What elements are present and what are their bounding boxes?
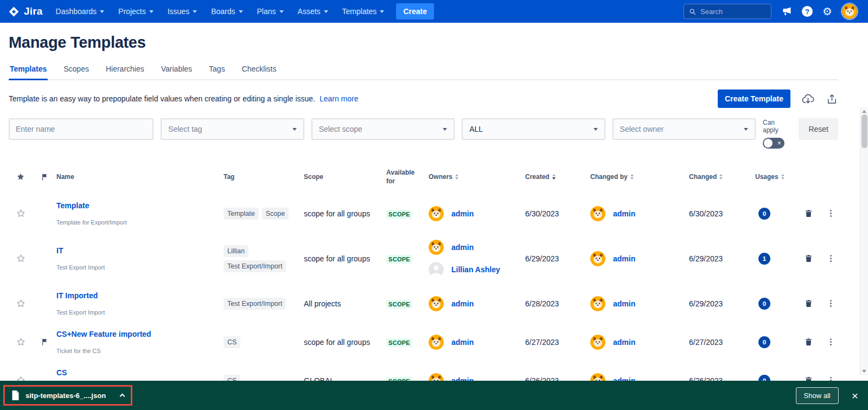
- template-name-link[interactable]: CS: [56, 368, 67, 377]
- scope-value: scope for all groups: [304, 254, 386, 263]
- owner: Lillian Ashley: [429, 262, 500, 277]
- tab-hierarchies[interactable]: Hierarchies: [105, 65, 145, 79]
- nav-item-projects[interactable]: Projects: [118, 7, 154, 16]
- kebab-menu-icon[interactable]: [826, 299, 835, 308]
- column-header-tag[interactable]: Tag: [224, 172, 304, 181]
- favorite-star-icon[interactable]: [9, 208, 33, 219]
- available-for-badge: SCOPE: [386, 255, 412, 264]
- changed-date: 6/30/2023: [689, 209, 755, 218]
- flag-column-header[interactable]: [33, 173, 56, 181]
- column-header-usages[interactable]: Usages: [755, 172, 791, 181]
- favorite-star-icon[interactable]: [9, 298, 33, 309]
- name-filter-input[interactable]: [9, 118, 154, 140]
- available-for-badge: SCOPE: [386, 210, 412, 219]
- dog-avatar-icon: [590, 296, 605, 311]
- nav-item-boards[interactable]: Boards: [211, 7, 242, 16]
- tab-templates[interactable]: Templates: [9, 65, 48, 79]
- available-for-badge: SCOPE: [386, 338, 412, 347]
- template-name-link[interactable]: IT Imported: [56, 291, 98, 300]
- import-cloud-icon[interactable]: [801, 92, 815, 106]
- nav-item-dashboards[interactable]: Dashboards: [56, 7, 105, 16]
- chevron-down-icon: [292, 128, 297, 131]
- create-button[interactable]: Create: [396, 3, 434, 20]
- tag-filter-select[interactable]: Select tag: [161, 118, 304, 140]
- tab-bar: TemplatesScopesHierarchiesVariablesTagsC…: [9, 65, 838, 80]
- usages-badge: 0: [758, 208, 770, 220]
- reset-button[interactable]: Reset: [799, 118, 838, 140]
- chevron-up-icon[interactable]: [120, 394, 125, 399]
- dog-avatar-icon: [590, 251, 605, 266]
- nav-item-templates[interactable]: Templates: [342, 7, 385, 16]
- close-icon[interactable]: ×: [852, 390, 858, 401]
- user-avatar[interactable]: [842, 4, 857, 19]
- table-header: Name Tag Scope Available for Owners Crea…: [9, 162, 838, 194]
- column-header-name[interactable]: Name: [56, 172, 224, 181]
- download-filename: sitp-templates-6_....json: [25, 392, 106, 400]
- downloaded-file-item[interactable]: sitp-templates-6_....json: [11, 390, 124, 400]
- flagged-icon[interactable]: [33, 338, 56, 346]
- changed-by-link[interactable]: admin: [613, 338, 635, 347]
- learn-more-link[interactable]: Learn more: [320, 94, 359, 103]
- owner-link[interactable]: admin: [451, 338, 474, 347]
- chevron-down-icon: [380, 10, 384, 13]
- owner-link[interactable]: admin: [451, 243, 474, 252]
- show-all-button[interactable]: Show all: [796, 387, 839, 404]
- settings-gear-icon[interactable]: ⚙: [822, 6, 832, 17]
- nav-item-plans[interactable]: Plans: [257, 7, 284, 16]
- jira-home-link[interactable]: Jira: [8, 5, 43, 18]
- tab-checklists[interactable]: Checklists: [241, 65, 278, 79]
- column-header-available-for[interactable]: Available for: [386, 168, 429, 185]
- template-name-link[interactable]: IT: [56, 246, 63, 255]
- template-description: Template for Export/Import: [56, 219, 127, 226]
- column-header-created[interactable]: Created: [525, 172, 590, 181]
- changed-date: 6/27/2023: [689, 338, 755, 347]
- tab-tags[interactable]: Tags: [208, 65, 226, 79]
- template-name-link[interactable]: CS+New Feature imported: [56, 330, 151, 338]
- delete-trash-icon[interactable]: [804, 337, 813, 347]
- apply-filter-select[interactable]: ALL: [462, 118, 605, 140]
- favorite-star-icon[interactable]: [9, 337, 33, 347]
- star-column-header[interactable]: [9, 172, 33, 182]
- kebab-menu-icon[interactable]: [826, 209, 835, 218]
- scroll-down-arrow-icon[interactable]: [862, 370, 866, 373]
- nav-item-assets[interactable]: Assets: [298, 7, 328, 16]
- tab-scopes[interactable]: Scopes: [62, 65, 90, 79]
- search-input[interactable]: [700, 8, 767, 16]
- scrollbar-thumb[interactable]: [861, 114, 867, 148]
- delete-trash-icon[interactable]: [804, 209, 813, 218]
- created-date: 6/30/2023: [525, 209, 590, 218]
- changed-by-link[interactable]: admin: [613, 299, 635, 308]
- owner-link[interactable]: admin: [451, 299, 474, 308]
- column-header-owners[interactable]: Owners: [429, 172, 525, 181]
- column-header-changed[interactable]: Changed: [689, 172, 755, 181]
- export-icon[interactable]: [826, 93, 838, 105]
- delete-trash-icon[interactable]: [804, 254, 813, 263]
- download-bar-actions: Show all ×: [796, 387, 858, 404]
- column-header-changed-by[interactable]: Changed by: [590, 172, 689, 181]
- kebab-menu-icon[interactable]: [826, 254, 835, 263]
- owner: admin: [429, 335, 474, 350]
- tab-variables[interactable]: Variables: [160, 65, 193, 79]
- changed-by-link[interactable]: admin: [613, 254, 635, 263]
- nav-search[interactable]: [684, 4, 771, 19]
- description-row: Template is an easy way to prepopulate f…: [9, 89, 838, 108]
- feedback-megaphone-icon[interactable]: [781, 6, 792, 17]
- chevron-down-icon: [279, 10, 284, 13]
- owner-link[interactable]: admin: [451, 209, 474, 218]
- template-name-link[interactable]: Template: [56, 201, 89, 210]
- scope-filter-select[interactable]: Select scope: [311, 118, 455, 140]
- kebab-menu-icon[interactable]: [826, 337, 835, 347]
- nav-item-issues[interactable]: Issues: [168, 7, 197, 16]
- favorite-star-icon[interactable]: [9, 253, 33, 264]
- can-apply-toggle[interactable]: ×: [763, 138, 784, 149]
- dog-avatar-icon: [429, 296, 444, 311]
- vertical-scrollbar[interactable]: [860, 107, 868, 375]
- owner-filter-select[interactable]: Select owner: [612, 118, 756, 140]
- help-icon[interactable]: ?: [802, 6, 813, 17]
- owner-link[interactable]: Lillian Ashley: [451, 265, 500, 274]
- changed-by-link[interactable]: admin: [613, 209, 635, 218]
- scroll-up-arrow-icon[interactable]: [862, 110, 866, 113]
- create-template-button[interactable]: Create Template: [718, 89, 790, 108]
- delete-trash-icon[interactable]: [804, 299, 813, 308]
- column-header-scope[interactable]: Scope: [304, 172, 386, 181]
